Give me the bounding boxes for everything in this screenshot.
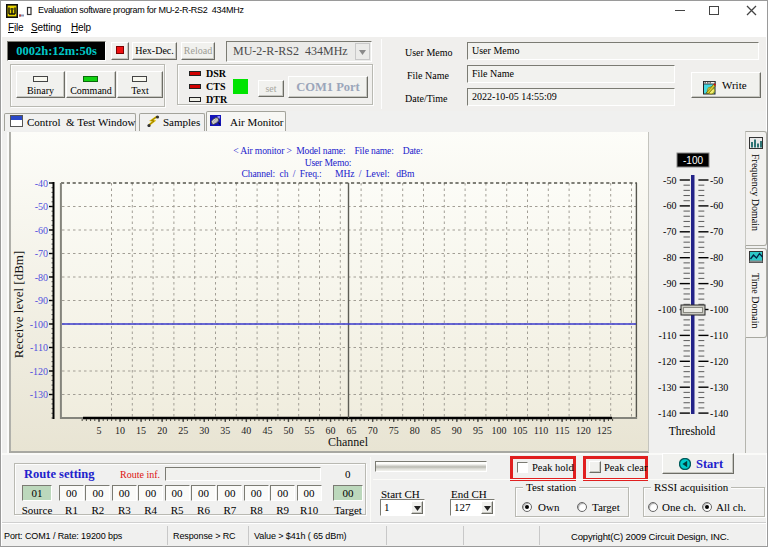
svg-text:-70: -70 — [35, 248, 48, 259]
svg-text:80: 80 — [410, 425, 420, 436]
svg-text:20: 20 — [157, 425, 167, 436]
svg-text:-50: -50 — [710, 175, 723, 186]
svg-text:10: 10 — [115, 425, 125, 436]
svg-text:-60: -60 — [710, 200, 723, 211]
svg-text:-100: -100 — [710, 304, 728, 315]
svg-text:Receive level [dBm]: Receive level [dBm] — [11, 251, 26, 359]
svg-text:120: 120 — [576, 425, 591, 436]
svg-text:95: 95 — [473, 425, 483, 436]
svg-text:-110: -110 — [710, 330, 728, 341]
svg-text:55: 55 — [305, 425, 315, 436]
svg-text:125: 125 — [597, 425, 612, 436]
svg-text:-80: -80 — [663, 252, 676, 263]
svg-text:40: 40 — [241, 425, 251, 436]
svg-text:Channel: Channel — [328, 435, 369, 449]
svg-text:-70: -70 — [663, 226, 676, 237]
svg-text:100: 100 — [491, 425, 506, 436]
svg-text:-50: -50 — [663, 175, 676, 186]
svg-text:-90: -90 — [710, 278, 723, 289]
svg-text:45: 45 — [262, 425, 272, 436]
svg-text:-50: -50 — [35, 201, 48, 212]
svg-text:-110: -110 — [658, 330, 676, 341]
svg-text:-120: -120 — [658, 356, 676, 367]
svg-text:-130: -130 — [710, 382, 728, 393]
svg-text:50: 50 — [283, 425, 293, 436]
svg-text:15: 15 — [136, 425, 146, 436]
svg-text:-140: -140 — [658, 408, 676, 419]
svg-text:-110: -110 — [30, 342, 48, 353]
svg-text:< Air monitor > Model name:: < Air monitor > Model name: File name: D… — [233, 145, 422, 156]
svg-text:-140: -140 — [710, 408, 728, 419]
svg-text:30: 30 — [199, 425, 209, 436]
svg-text:-90: -90 — [663, 278, 676, 289]
svg-text:75: 75 — [389, 425, 399, 436]
svg-text:-90: -90 — [35, 295, 48, 306]
svg-text:-120: -120 — [710, 356, 728, 367]
svg-text:-130: -130 — [658, 382, 676, 393]
svg-text:-100: -100 — [30, 319, 48, 330]
svg-text:85: 85 — [431, 425, 441, 436]
svg-text:-100: -100 — [683, 155, 703, 166]
svg-text:Threshold: Threshold — [669, 425, 716, 437]
svg-text:-60: -60 — [35, 225, 48, 236]
svg-text:35: 35 — [220, 425, 230, 436]
svg-text:-130: -130 — [30, 389, 48, 400]
svg-text:90: 90 — [452, 425, 462, 436]
svg-text:-120: -120 — [30, 366, 48, 377]
svg-text:User Memo:: User Memo: — [305, 157, 352, 168]
svg-text:-70: -70 — [710, 226, 723, 237]
svg-text:5: 5 — [97, 425, 102, 436]
svg-text:-40: -40 — [35, 178, 48, 189]
svg-text:-80: -80 — [710, 252, 723, 263]
svg-text:115: 115 — [555, 425, 570, 436]
svg-text:105: 105 — [513, 425, 528, 436]
svg-text:70: 70 — [368, 425, 378, 436]
svg-text:-60: -60 — [663, 200, 676, 211]
svg-text:-80: -80 — [35, 272, 48, 283]
svg-text:-100: -100 — [658, 304, 676, 315]
svg-text:Channel: ch / Freq.: M: Channel: ch / Freq.: MHz / Level: dBm — [242, 168, 415, 179]
svg-text:110: 110 — [534, 425, 549, 436]
svg-text:25: 25 — [178, 425, 188, 436]
